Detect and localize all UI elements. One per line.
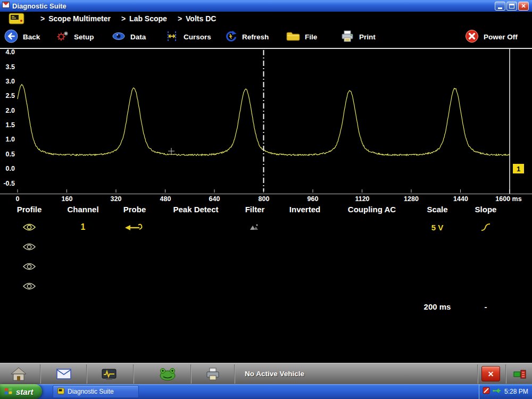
printer-icon	[340, 30, 354, 44]
back-icon	[4, 29, 18, 45]
app-status-bar: No Active Vehicle ✕	[0, 363, 532, 384]
cursors-icon	[165, 30, 179, 44]
playback-bar: 00:07:467 x8	[0, 327, 532, 363]
x-axis-label: 1280	[404, 195, 419, 203]
file-button[interactable]: File	[286, 26, 317, 48]
x-axis-label: 640	[209, 195, 220, 203]
print-button[interactable]: Print	[340, 26, 376, 48]
breadcrumb-separator: >	[121, 14, 126, 23]
breadcrumb: > Scope Multimeter > Lab Scope > Volts D…	[0, 12, 532, 26]
x-axis-label: 320	[111, 195, 122, 203]
settings-grid-header: Profile Channel Probe Peak Detect Filter…	[0, 205, 532, 217]
breadcrumb-item-scope-multimeter[interactable]: > Scope Multimeter	[40, 14, 111, 23]
separator	[86, 364, 87, 384]
channel-1-filter-icon[interactable]	[249, 223, 260, 233]
x-axis-label: 800	[259, 195, 270, 203]
breadcrumb-item-volts-dc[interactable]: > Volts DC	[178, 14, 217, 23]
channel-2-eye-toggle[interactable]	[22, 243, 36, 251]
data-button[interactable]: Data	[112, 26, 146, 48]
toolbar-label: Cursors	[184, 33, 211, 41]
windows-flag-icon	[4, 387, 13, 396]
scope-display[interactable]: 4.0 3.5 3.0 2.5 2.0 1.5 1.0 0.5 0.0 -0.5…	[0, 48, 532, 194]
x-axis-label: 1600 ms	[495, 195, 521, 203]
task-app-label: Diagnostic Suite	[68, 388, 114, 395]
eye-icon	[112, 31, 126, 43]
y-axis-label: 1.5	[0, 121, 15, 130]
column-header-slope: Slope	[475, 205, 497, 214]
window-title: Diagnostic Suite	[12, 2, 66, 10]
clock: 5:28 PM	[504, 388, 528, 395]
minimize-button[interactable]	[495, 2, 505, 11]
vehicle-status-text: No Active Vehicle	[245, 370, 304, 378]
y-axis-label: 2.5	[0, 92, 15, 101]
channel-1-eye-toggle[interactable]	[22, 223, 36, 231]
x-axis-label: 1440	[453, 195, 468, 203]
channel-4-eye-toggle[interactable]	[22, 282, 36, 290]
power-off-icon	[465, 29, 479, 45]
app-task-button[interactable]: Diagnostic Suite	[53, 385, 139, 398]
y-axis-label: 4.0	[0, 48, 15, 57]
folder-icon	[286, 31, 300, 43]
messages-button[interactable]	[56, 369, 71, 381]
toolbar-label: Print	[359, 33, 376, 41]
channel-1-number[interactable]: 1	[81, 222, 86, 232]
y-axis-label: 2.0	[0, 107, 15, 115]
maximize-icon	[509, 4, 514, 9]
separator	[133, 364, 134, 384]
windows-taskbar: start Diagnostic Suite 5:28 PM	[0, 384, 532, 399]
sweep-scale-value[interactable]: 200 ms	[424, 302, 451, 311]
y-axis-label: 0.0	[0, 165, 15, 173]
channel-settings-rows: 1 5 V 200 ms -	[0, 217, 532, 327]
app-icon	[2, 1, 10, 11]
waveform-canvas[interactable]	[0, 49, 532, 194]
home-button[interactable]	[11, 367, 27, 383]
x-axis-label: 1120	[355, 195, 369, 203]
gear-icon	[56, 30, 69, 44]
x-axis-label: 480	[160, 195, 171, 203]
sweep-slope-dash: -	[485, 302, 487, 311]
channel-1-probe-icon[interactable]	[125, 223, 144, 234]
refresh-button[interactable]: Refresh	[225, 26, 269, 48]
toolbar-label: Back	[23, 33, 40, 41]
scan-tool-icon	[9, 13, 24, 27]
column-header-profile: Profile	[17, 205, 42, 214]
channel-1-slope-icon[interactable]	[480, 223, 491, 234]
print-shortcut-button[interactable]	[205, 368, 220, 383]
breadcrumb-separator: >	[178, 14, 182, 23]
diagnostic-suite-window: Diagnostic Suite ✕ > Scope Multimeter > …	[0, 0, 532, 399]
cursors-button[interactable]: Cursors	[165, 26, 211, 48]
breadcrumb-item-lab-scope[interactable]: > Lab Scope	[121, 14, 167, 23]
toolbar-label: Power Off	[484, 33, 518, 41]
exit-button[interactable]: ✕	[481, 366, 500, 381]
column-header-probe: Probe	[123, 205, 146, 214]
channel-1-scale[interactable]: 5 V	[431, 223, 444, 232]
setup-button[interactable]: Setup	[56, 26, 94, 48]
troubleshooter-bug-button[interactable]	[159, 367, 177, 383]
column-header-filter: Filter	[245, 205, 265, 214]
breadcrumb-separator: >	[40, 14, 45, 23]
toolbar-label: Refresh	[242, 33, 269, 41]
task-app-icon	[57, 388, 64, 396]
breadcrumb-label: Lab Scope	[129, 14, 167, 23]
scope-shortcut-button[interactable]	[102, 368, 117, 383]
connection-icon[interactable]	[513, 368, 527, 382]
column-header-channel: Channel	[67, 205, 98, 214]
start-button[interactable]: start	[0, 384, 42, 399]
maximize-button[interactable]	[506, 2, 517, 11]
y-axis-label: -0.5	[0, 180, 15, 188]
title-bar[interactable]: Diagnostic Suite ✕	[0, 0, 532, 12]
x-axis-label: 960	[307, 195, 319, 203]
separator	[505, 364, 506, 384]
close-button[interactable]: ✕	[518, 2, 529, 11]
y-axis-label: 1.0	[0, 136, 15, 144]
channel-3-eye-toggle[interactable]	[22, 262, 36, 271]
system-tray: 5:28 PM	[479, 384, 532, 399]
back-button[interactable]: Back	[4, 26, 40, 48]
toolbar-label: File	[305, 33, 317, 41]
power-off-button[interactable]: Power Off	[465, 26, 518, 48]
channel-1-zero-marker[interactable]: 1	[513, 164, 524, 173]
separator	[477, 364, 478, 384]
tray-app-icon[interactable]	[483, 387, 490, 396]
usb-icon[interactable]	[493, 387, 502, 396]
toolbar-label: Data	[130, 33, 146, 41]
